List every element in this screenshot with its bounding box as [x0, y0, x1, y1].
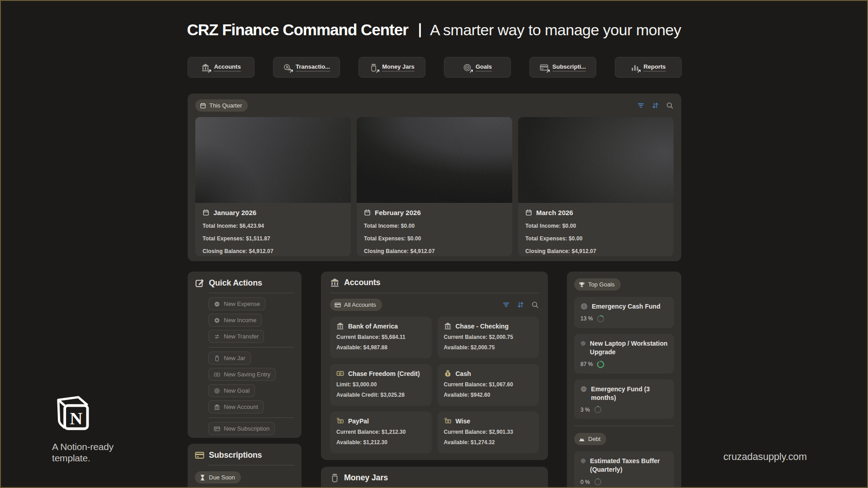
nav-label: Transactio...	[296, 63, 330, 71]
new-income-button[interactable]: New Income	[208, 314, 262, 327]
database-tools	[502, 301, 539, 309]
quarter-panel: This Quarter January 2026 Total Income:	[188, 94, 681, 261]
account-line2: Available: $1,212.30	[336, 439, 425, 446]
month-card-february[interactable]: February 2026 Total Income: $0.00 Total …	[357, 117, 512, 256]
month-card-march[interactable]: March 2026 Total Income: $0.00 Total Exp…	[518, 117, 674, 256]
new-goal-button[interactable]: New Goal	[208, 384, 255, 397]
new-expense-button[interactable]: New Expense	[208, 297, 265, 310]
goal-card-emergency-cash-fund[interactable]: Emergency Cash Fund 13 %	[574, 297, 674, 328]
new-subscription-button[interactable]: New Subscription	[208, 422, 275, 435]
sort-icon[interactable]	[651, 102, 659, 109]
view-tab-debt[interactable]: Debt	[574, 433, 606, 445]
card-icon	[214, 426, 220, 432]
money-jars-panel: Money Jars	[321, 467, 548, 488]
sort-icon[interactable]	[517, 301, 524, 309]
account-line1: Current Balance: $2,901.33	[444, 429, 533, 435]
screen: CRZ Finance Command CenterA smarter way …	[0, 0, 868, 488]
calendar-icon	[203, 209, 209, 216]
website-url: cruzadasupply.com	[723, 451, 807, 463]
account-card-bank-of-america[interactable]: Bank of America Current Balance: $5,684.…	[330, 317, 432, 358]
progress-ring	[594, 406, 602, 413]
nav-button-goals[interactable]: Goals	[444, 57, 511, 78]
month-expenses: Total Expenses: $0.00	[364, 235, 505, 242]
filter-icon[interactable]	[502, 301, 510, 309]
nav-label: Goals	[476, 63, 492, 71]
page-title: CRZ Finance Command CenterA smarter way …	[1, 21, 867, 39]
view-tab-due-soon[interactable]: Due Soon	[195, 471, 241, 483]
search-icon[interactable]	[531, 301, 539, 309]
quick-actions-list: New Expense New Income New Transfer New …	[208, 293, 294, 439]
goal-card-new-laptop[interactable]: New Laptop / Workstation Upgrade 87 %	[574, 334, 674, 374]
accounts-toolbar: All Accounts	[330, 299, 539, 311]
goal-progress: 87 %	[580, 361, 668, 368]
goal-card-emergency-fund-3-months[interactable]: Emergency Fund (3 months) 3 %	[574, 380, 674, 419]
account-line1: Limit: $3,000.00	[336, 381, 425, 388]
new-saving-entry-button[interactable]: New Saving Entry	[208, 368, 276, 381]
nav-button-reports[interactable]: Reports	[615, 57, 682, 78]
svg-text:N: N	[70, 409, 82, 428]
nav-button-subscriptions[interactable]: Subscripti...	[529, 57, 596, 78]
bank-icon	[330, 278, 340, 287]
nav-bar: Accounts Transactio... Money Jars Goals …	[188, 57, 682, 78]
month-card-body: March 2026 Total Income: $0.00 Total Exp…	[518, 203, 674, 256]
account-line2: Available: $4,987.88	[336, 344, 425, 351]
account-card-cash[interactable]: Cash Current Balance: $1,067.60 Availabl…	[438, 364, 539, 406]
target-icon	[580, 457, 586, 465]
account-line1: Current Balance: $5,684.11	[336, 334, 425, 340]
view-tab-top-goals[interactable]: Top Goals	[574, 278, 621, 291]
new-transfer-button[interactable]: New Transfer	[208, 330, 264, 343]
filter-icon[interactable]	[637, 102, 645, 109]
new-account-button[interactable]: New Account	[208, 400, 264, 413]
target-icon	[463, 63, 472, 72]
nav-button-transactions[interactable]: Transactio...	[273, 57, 340, 78]
calendar-icon	[364, 209, 371, 216]
database-tools	[637, 102, 674, 109]
view-tab-label: Top Goals	[588, 281, 615, 288]
subscriptions-title: Subscriptions	[209, 450, 262, 460]
month-closing: Closing Balance: $4,912.07	[364, 248, 505, 254]
account-card-grid: Bank of America Current Balance: $5,684.…	[330, 317, 539, 453]
search-icon[interactable]	[666, 102, 674, 109]
account-card-wise[interactable]: Wise Current Balance: $2,901.33 Availabl…	[438, 412, 539, 453]
subscriptions-panel: Subscriptions Due Soon	[188, 444, 302, 488]
quarter-toolbar: This Quarter	[195, 99, 674, 112]
nav-button-money-jars[interactable]: Money Jars	[359, 57, 425, 78]
month-card-january[interactable]: January 2026 Total Income: $6,423.94 Tot…	[195, 117, 351, 256]
goal-progress: 0 %	[580, 478, 668, 486]
calendar-icon	[525, 209, 532, 216]
hourglass-icon	[199, 474, 206, 481]
view-tab-all-accounts[interactable]: All Accounts	[330, 299, 382, 311]
minus-circle-icon	[214, 301, 220, 307]
account-line2: Available: $942.60	[444, 392, 533, 398]
page-title-main: CRZ Finance Command Center	[187, 21, 408, 38]
accounts-panel: Accounts All Accounts Bank of America Cu…	[321, 272, 548, 460]
jar-icon	[369, 63, 378, 72]
goal-card-list: Emergency Cash Fund 13 % New Laptop / Wo…	[574, 297, 674, 419]
money-bag-icon	[444, 370, 452, 377]
quick-actions-panel: Quick Actions New Expense New Income New…	[188, 272, 302, 438]
bar-chart-icon	[631, 63, 639, 72]
card-icon	[335, 302, 341, 308]
nav-label: Accounts	[214, 63, 241, 71]
account-line1: Current Balance: $1,212.30	[336, 429, 425, 435]
account-card-chase-freedom[interactable]: Chase Freedom (Credit) Limit: $3,000.00 …	[330, 364, 432, 406]
view-tab-label: Due Soon	[209, 474, 235, 481]
month-closing: Closing Balance: $4,912.07	[525, 248, 666, 254]
nav-button-accounts[interactable]: Accounts	[188, 57, 255, 78]
divider	[208, 465, 294, 465]
new-jar-button[interactable]: New Jar	[208, 352, 251, 365]
account-card-paypal[interactable]: PayPal Current Balance: $1,212.30 Availa…	[330, 412, 432, 453]
notion-logo: N	[53, 395, 91, 433]
progress-ring	[597, 315, 604, 323]
goal-card-estimated-taxes-buffer[interactable]: Estimated Taxes Buffer (Quarterly) 0 %	[574, 451, 674, 488]
banknote-icon	[214, 371, 220, 378]
month-expenses: Total Expenses: $1,511.87	[203, 235, 344, 242]
progress-ring	[594, 478, 602, 486]
account-card-chase-checking[interactable]: Chase - Checking Current Balance: $2,000…	[438, 317, 539, 358]
account-line1: Current Balance: $1,067.60	[444, 381, 533, 388]
view-tab-label: Debt	[588, 436, 600, 442]
transfer-icon	[214, 333, 220, 340]
goal-percent: 87 %	[580, 361, 593, 367]
divider	[330, 293, 539, 293]
view-tab-this-quarter[interactable]: This Quarter	[195, 99, 248, 112]
